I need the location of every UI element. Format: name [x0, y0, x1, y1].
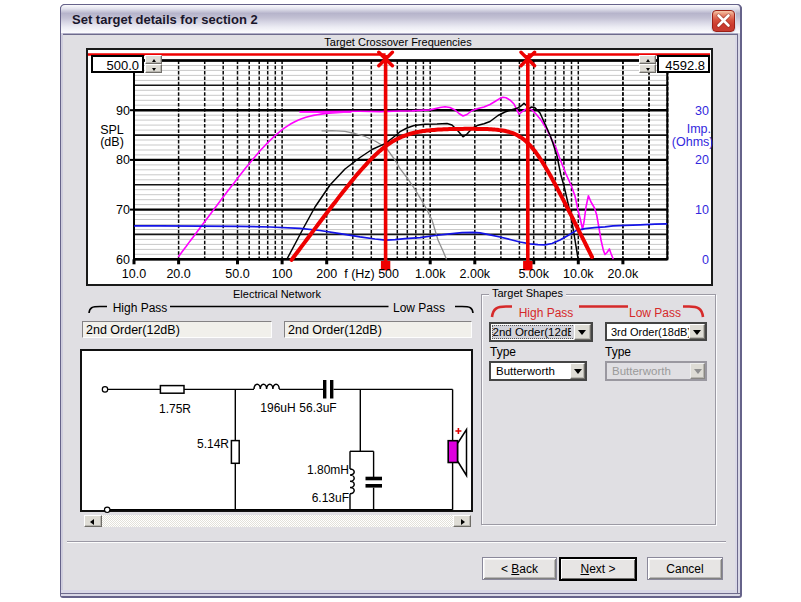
svg-text:60: 60	[116, 253, 130, 267]
svg-text:0: 0	[702, 253, 709, 267]
svg-text:1.00k: 1.00k	[415, 267, 446, 281]
svg-text:20.0k: 20.0k	[608, 267, 639, 281]
svg-text:1.75R: 1.75R	[159, 402, 191, 416]
svg-text:196uH: 196uH	[260, 401, 295, 415]
svg-text:50.0: 50.0	[225, 267, 249, 281]
svg-text:56.3uF: 56.3uF	[299, 401, 336, 415]
svg-text:(Ohms): (Ohms)	[672, 135, 714, 149]
svg-text:100: 100	[272, 267, 293, 281]
svg-text:(dB): (dB)	[100, 135, 124, 149]
svg-text:500: 500	[378, 267, 399, 281]
svg-text:80: 80	[116, 153, 130, 167]
svg-text:10.0: 10.0	[122, 267, 146, 281]
svg-text:30: 30	[695, 104, 709, 118]
svg-text:200: 200	[316, 267, 337, 281]
svg-text:5.00k: 5.00k	[518, 267, 549, 281]
svg-text:2.00k: 2.00k	[460, 267, 491, 281]
svg-text:1.80mH: 1.80mH	[307, 463, 349, 477]
svg-text:20.0: 20.0	[166, 267, 190, 281]
svg-text:f (Hz): f (Hz)	[344, 267, 375, 281]
svg-text:Imp.: Imp.	[687, 122, 711, 136]
svg-text:90: 90	[116, 104, 130, 118]
svg-text:20: 20	[695, 153, 709, 167]
svg-text:10: 10	[695, 203, 709, 217]
svg-text:5.14R: 5.14R	[197, 437, 229, 451]
svg-text:6.13uF: 6.13uF	[312, 491, 349, 505]
svg-text:10.0k: 10.0k	[563, 267, 594, 281]
svg-text:70: 70	[116, 203, 130, 217]
